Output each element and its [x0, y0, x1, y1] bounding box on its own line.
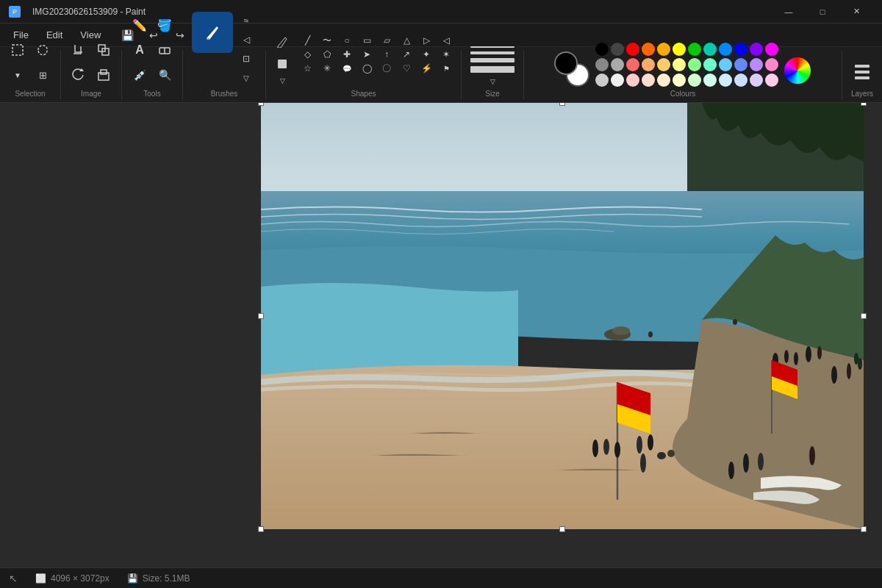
- color-lightgray1[interactable]: [595, 74, 609, 87]
- resize-handle-bottomright[interactable]: [861, 526, 867, 532]
- brush-blend-button[interactable]: ≈: [236, 12, 257, 29]
- size-line-4[interactable]: [470, 66, 514, 73]
- brush-select-button[interactable]: ⊡: [236, 50, 257, 68]
- color-green[interactable]: [688, 43, 701, 56]
- shape-lightning[interactable]: ⚡: [416, 60, 437, 77]
- color-pink[interactable]: [626, 58, 639, 71]
- minimize-button[interactable]: —: [772, 0, 806, 24]
- cursor-icon: ↖: [9, 573, 18, 584]
- color-lightblue[interactable]: [719, 43, 732, 56]
- shape-left-arrow[interactable]: ▷: [436, 32, 456, 49]
- layers-label: Layers: [851, 90, 873, 99]
- color-purple[interactable]: [750, 43, 763, 56]
- shape-callout-oval[interactable]: 〇: [376, 60, 397, 77]
- color-gray1[interactable]: [595, 58, 609, 71]
- shape-callout-rect[interactable]: 💬: [337, 60, 357, 77]
- shapes-dropdown-button[interactable]: ▽: [272, 76, 293, 86]
- color-tan[interactable]: [657, 58, 670, 71]
- color-lightyellow[interactable]: [673, 58, 686, 71]
- color-row-3: [595, 74, 778, 87]
- color-gold[interactable]: [657, 43, 670, 56]
- size-line-3[interactable]: [470, 58, 514, 62]
- shape-fill-button[interactable]: [272, 54, 293, 74]
- magnify-button[interactable]: 🔍: [153, 63, 176, 87]
- color-red[interactable]: [626, 43, 639, 56]
- svg-point-18: [794, 352, 798, 365]
- svg-point-39: [809, 446, 815, 465]
- rotate-button[interactable]: [67, 63, 90, 87]
- shape-callout-round[interactable]: ◯: [356, 60, 377, 77]
- color-mint[interactable]: [703, 58, 717, 71]
- shape-starburst[interactable]: ✳: [317, 60, 337, 77]
- size-dropdown-button[interactable]: ▽: [470, 76, 514, 87]
- color-teal[interactable]: [703, 43, 717, 56]
- select-all-button[interactable]: ⊞: [31, 63, 54, 87]
- color-ghost[interactable]: [734, 74, 747, 87]
- size-line-1[interactable]: [470, 46, 514, 48]
- color-yellow[interactable]: [673, 43, 686, 56]
- color-darkgray[interactable]: [611, 43, 624, 56]
- rect-select-button[interactable]: [6, 38, 29, 62]
- resize-handle-topleft[interactable]: [258, 103, 264, 106]
- shape-outline-button[interactable]: [272, 32, 293, 52]
- color-ivory[interactable]: [673, 74, 686, 87]
- canvas-area[interactable]: [0, 103, 882, 567]
- color-lightgreen[interactable]: [688, 58, 701, 71]
- layers-section[interactable]: Layers: [842, 50, 882, 99]
- shape-flag[interactable]: ⚑: [436, 60, 456, 77]
- crop-button[interactable]: [67, 38, 90, 62]
- color-rose[interactable]: [765, 58, 778, 71]
- color-lightgray2[interactable]: [611, 74, 624, 87]
- resize-handle-midright[interactable]: [861, 313, 867, 319]
- eraser-button[interactable]: [153, 38, 176, 62]
- eyedropper-button[interactable]: 💉: [128, 63, 151, 87]
- fill-button[interactable]: 🪣: [153, 13, 176, 37]
- freeform-select-button[interactable]: [31, 38, 54, 62]
- resize-handle-topright[interactable]: [861, 103, 867, 106]
- color-thistle[interactable]: [750, 74, 763, 87]
- color-skyblue[interactable]: [719, 58, 732, 71]
- shape-star[interactable]: ☆: [297, 60, 318, 77]
- colours-label: Colours: [670, 90, 695, 99]
- image-label: Image: [81, 90, 101, 99]
- color-magenta[interactable]: [765, 43, 778, 56]
- main-area: [0, 103, 882, 567]
- color-cream1[interactable]: [642, 74, 655, 87]
- color-honeydew[interactable]: [688, 74, 701, 87]
- color-aqua[interactable]: [703, 74, 717, 87]
- color-cream2[interactable]: [657, 74, 670, 87]
- color-blue[interactable]: [734, 43, 747, 56]
- shape-heart[interactable]: ♡: [396, 60, 417, 77]
- close-button[interactable]: ✕: [839, 0, 873, 24]
- svg-point-37: [758, 453, 764, 470]
- active-brush-button[interactable]: [192, 12, 233, 53]
- color-black[interactable]: [595, 43, 609, 56]
- resize-button[interactable]: [92, 38, 115, 62]
- resize-handle-bottomleft[interactable]: [258, 526, 264, 532]
- canvas-resize-icon: ⬜: [35, 573, 46, 584]
- pencil-button[interactable]: ✏️: [128, 13, 151, 37]
- resize-handle-bottommid[interactable]: [559, 526, 565, 532]
- select-dropdown-button[interactable]: ▼: [6, 63, 29, 87]
- resize-handle-topmid[interactable]: [559, 103, 565, 106]
- color-peach[interactable]: [642, 58, 655, 71]
- brush-dropdown-button[interactable]: ▽: [236, 69, 257, 87]
- svg-rect-10: [855, 71, 870, 74]
- select-region-button[interactable]: [92, 63, 115, 87]
- brush-arrow-button[interactable]: ◁: [236, 31, 257, 49]
- maximize-button[interactable]: □: [806, 0, 839, 24]
- color-mistyrose[interactable]: [765, 74, 778, 87]
- color-gray2[interactable]: [611, 58, 624, 71]
- color-orange[interactable]: [642, 43, 655, 56]
- size-line-2[interactable]: [470, 51, 514, 54]
- selection-label: Selection: [15, 90, 45, 99]
- color-blush[interactable]: [626, 74, 639, 87]
- color-periwinkle[interactable]: [734, 58, 747, 71]
- text-button[interactable]: A: [128, 38, 151, 62]
- color-wheel-button[interactable]: [784, 57, 811, 84]
- resize-handle-midleft[interactable]: [258, 313, 264, 319]
- color-lavender[interactable]: [750, 58, 763, 71]
- layers-icon[interactable]: [852, 62, 872, 87]
- image-tools: [67, 38, 115, 87]
- color-alice[interactable]: [719, 74, 732, 87]
